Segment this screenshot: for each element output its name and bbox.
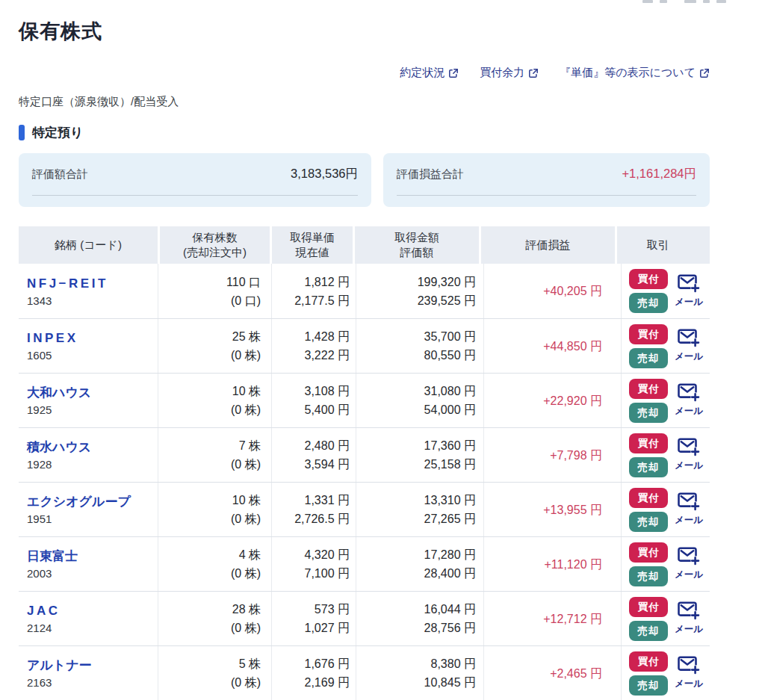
cell-quantity: 110 口 (0 口) [158,264,271,318]
qty-order: (0 株) [231,455,261,474]
mail-button[interactable]: メール [675,656,703,690]
mail-button[interactable]: メール [675,601,703,636]
cell-stock: INPEX 1605 [19,319,158,373]
qty-order: (0 株) [231,509,261,528]
current-price: 2,169 円 [305,673,350,692]
stock-name-link[interactable]: 積水ハウス [27,439,91,456]
link-label: 約定状況 [400,66,445,80]
cost-amount: 35,700 円 [424,327,476,346]
cell-pl: +2,465 円 [483,646,621,700]
external-link-icon [448,68,459,78]
cell-quantity: 5 株 (0 株) [158,646,271,700]
cost-amount: 17,280 円 [424,545,476,564]
buy-button[interactable]: 買付 [629,379,668,399]
link-buying-power[interactable]: 買付余力 [480,66,539,80]
table-row: アルトナー 2163 5 株 (0 株) 1,676 円 2,169 円 8,3… [19,645,710,700]
cell-stock: 日東富士 2003 [19,537,158,591]
sell-button[interactable]: 売却 [629,403,668,423]
table-row: 大和ハウス 1925 10 株 (0 株) 3,108 円 5,400 円 31… [19,373,710,427]
stock-name-link[interactable]: 日東富士 [27,548,78,565]
mail-label: メール [675,296,703,309]
link-execution-status[interactable]: 約定状況 [400,66,459,80]
stock-name-link[interactable]: アルトナー [27,657,92,674]
mail-plus-icon [678,274,700,297]
sell-button[interactable]: 売却 [629,675,668,696]
stock-code: 1925 [27,403,52,416]
buy-button[interactable]: 買付 [629,542,668,563]
buy-button[interactable]: 買付 [629,597,668,617]
cost-amount: 13,310 円 [424,491,476,509]
qty-held: 4 株 [239,545,261,564]
cell-stock: NFJ−REIT 1343 [19,264,158,318]
mail-button[interactable]: メール [675,438,703,472]
current-price: 2,177.5 円 [294,291,350,310]
cell-stock: 積水ハウス 1928 [19,428,158,482]
sell-button[interactable]: 売却 [629,348,668,368]
market-value: 239,525 円 [418,291,476,310]
header-unit-price: 取得単価 現在値 [270,226,353,264]
stock-code: 1343 [27,294,52,307]
buy-button[interactable]: 買付 [629,324,668,344]
current-price: 5,400 円 [305,400,350,419]
market-value: 80,550 円 [424,346,476,365]
cell-amount: 13,310 円 27,265 円 [356,483,483,536]
cell-pl: +13,955 円 [483,483,621,536]
mail-label: メール [675,514,703,527]
qty-order: (0 株) [231,564,261,583]
cell-quantity: 28 株 (0 株) [158,592,271,645]
stock-name-link[interactable]: JAC [27,603,61,619]
market-value: 28,756 円 [424,619,476,637]
qty-order: (0 株) [231,619,261,637]
cell-pl: +7,798 円 [483,428,621,482]
cell-trade: 買付 売却 メール [621,319,706,373]
total-value-label: 評価額合計 [32,167,88,182]
current-price: 2,726.5 円 [294,509,350,528]
current-price: 1,027 円 [305,619,350,637]
unit-cost: 1,812 円 [305,273,350,291]
mail-label: メール [675,623,703,636]
cost-amount: 8,380 円 [431,654,476,673]
stock-name-link[interactable]: INPEX [27,330,78,347]
cell-unit-price: 1,331 円 2,726.5 円 [271,483,356,536]
cell-trade: 買付 売却 メール [621,646,706,700]
sell-button[interactable]: 売却 [629,457,668,477]
mail-plus-icon [678,492,700,515]
table-row: INPEX 1605 25 株 (0 株) 1,428 円 3,222 円 35… [19,318,710,373]
section-label-text: 特定預り [32,124,83,141]
buy-button[interactable]: 買付 [629,433,668,453]
mail-button[interactable]: メール [675,547,703,581]
buy-button[interactable]: 買付 [629,269,668,289]
cell-unit-price: 573 円 1,027 円 [271,592,356,645]
mail-plus-icon [678,601,700,624]
current-price: 3,222 円 [305,346,350,365]
sell-button[interactable]: 売却 [629,512,668,532]
cell-amount: 35,700 円 80,550 円 [356,319,483,373]
page-title: 保有株式 [19,18,710,45]
cell-unit-price: 1,428 円 3,222 円 [271,319,356,373]
mail-button[interactable]: メール [675,492,703,527]
mail-button[interactable]: メール [675,274,703,309]
stock-name-link[interactable]: エクシオグループ [27,494,131,510]
unit-cost: 3,108 円 [305,382,350,400]
buy-button[interactable]: 買付 [629,488,668,508]
qty-order: (0 株) [231,400,261,419]
buy-button[interactable]: 買付 [629,651,668,672]
cell-unit-price: 2,480 円 3,594 円 [271,428,356,482]
stock-code: 1605 [27,349,52,362]
qty-held: 10 株 [232,382,261,400]
cell-amount: 17,280 円 28,400 円 [356,537,483,591]
cell-unit-price: 4,320 円 7,100 円 [271,537,356,591]
link-unit-price-display-info[interactable]: 『単価』等の表示について [560,66,710,80]
pl-value: +44,850 円 [543,337,602,356]
clipped-text-fragment [642,0,726,5]
qty-held: 5 株 [239,654,261,673]
cell-amount: 16,044 円 28,756 円 [356,592,483,645]
sell-button[interactable]: 売却 [629,621,668,641]
mail-button[interactable]: メール [675,329,703,363]
stock-name-link[interactable]: 大和ハウス [27,385,91,401]
stock-name-link[interactable]: NFJ−REIT [27,276,108,292]
summary-total-pl-box: 評価損益合計 +1,161,284円 [383,153,710,207]
sell-button[interactable]: 売却 [629,293,668,313]
sell-button[interactable]: 売却 [629,566,668,586]
mail-button[interactable]: メール [675,383,703,418]
